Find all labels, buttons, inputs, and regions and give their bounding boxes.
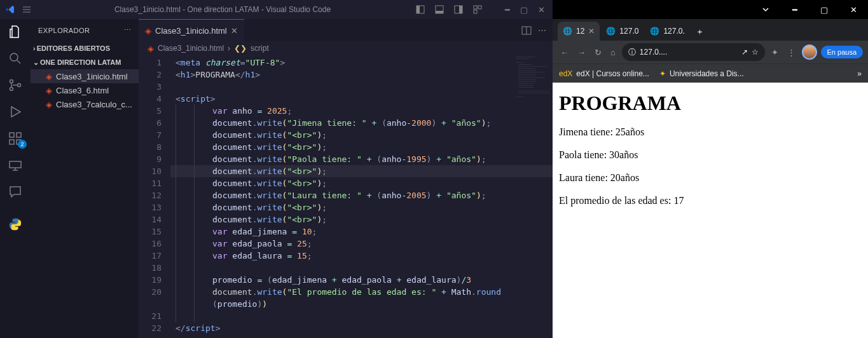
bookmarks-bar: edXedX | Cursos online...✦Universidades … xyxy=(553,64,868,83)
svg-rect-23 xyxy=(518,64,532,65)
breadcrumb[interactable]: ◈ Clase3_1inicio.html › ❮❯ script xyxy=(139,41,553,55)
svg-rect-22 xyxy=(516,62,523,63)
browser-tab[interactable]: 🌐127.0 xyxy=(601,22,644,41)
file-item[interactable]: ◈Clase3_6.html xyxy=(31,83,139,97)
avatar[interactable] xyxy=(802,44,817,60)
browser-window: ━ ▢ ✕ 🌐12✕🌐127.0🌐127.0. ＋ ← → ↻ ⌂ ⓘ 127.… xyxy=(553,0,868,338)
editor-area: ◈ Clase3_1inicio.html ✕ ⋯ ◈ Clase3_1inic… xyxy=(139,19,553,338)
page-text: Paola tiene: 30años xyxy=(559,149,862,161)
chat-icon[interactable] xyxy=(8,184,23,199)
browser-tabs: 🌐12✕🌐127.0🌐127.0. ＋ xyxy=(553,19,868,41)
html-file-icon: ◈ xyxy=(145,26,151,36)
maximize-button[interactable]: ▢ xyxy=(809,0,839,19)
share-icon[interactable]: ↗ xyxy=(741,48,748,57)
browser-toolbar: ← → ↻ ⌂ ⓘ 127.0.... ↗ ☆ ✦ ⋮ En pausa xyxy=(553,41,868,64)
new-tab-button[interactable]: ＋ xyxy=(691,23,709,41)
editors-open-header[interactable]: › EDITORES ABIERTOS xyxy=(31,41,139,55)
chevron-down-icon: ⌄ xyxy=(33,58,39,67)
star-icon[interactable]: ☆ xyxy=(752,48,759,57)
close-tab-icon[interactable]: ✕ xyxy=(231,26,238,36)
layout-customize-icon[interactable] xyxy=(471,3,485,17)
sidebar: EXPLORADOR ⋯ › EDITORES ABIERTOS ⌄ ONE D… xyxy=(31,19,139,338)
html-file-icon: ◈ xyxy=(46,100,52,109)
split-editor-icon[interactable] xyxy=(521,25,532,36)
code-editor[interactable]: 1234567891011121314151617181920 2122 <me… xyxy=(139,55,553,338)
svg-rect-25 xyxy=(518,68,536,69)
search-icon[interactable] xyxy=(8,51,23,66)
svg-rect-7 xyxy=(478,6,481,9)
svg-point-9 xyxy=(10,53,18,61)
address-text: 127.0.... xyxy=(640,48,667,57)
menu-icon[interactable]: ⋮ xyxy=(785,45,798,60)
chevron-down-icon[interactable] xyxy=(751,0,780,19)
svg-rect-24 xyxy=(518,66,547,67)
more-icon[interactable]: ⋯ xyxy=(124,26,132,34)
file-item[interactable]: ◈Clase3_7calculo_c... xyxy=(31,97,139,111)
extensions-icon[interactable]: ✦ xyxy=(769,45,781,60)
layout-panel-icon[interactable] xyxy=(413,3,427,17)
svg-rect-20 xyxy=(516,57,535,57)
svg-rect-6 xyxy=(474,6,477,9)
vscode-window: Clase3_1inicio.html - One direction LATA… xyxy=(0,0,553,338)
svg-rect-29 xyxy=(518,76,536,76)
source-control-icon[interactable] xyxy=(8,78,23,93)
editor-tab[interactable]: ◈ Clase3_1inicio.html ✕ xyxy=(139,19,244,41)
page-text: El promedio de las edad es: 17 xyxy=(559,195,862,206)
reload-button[interactable]: ↻ xyxy=(592,45,604,60)
vscode-logo-icon xyxy=(5,4,15,15)
html-file-icon: ◈ xyxy=(46,72,52,81)
remote-explorer-icon[interactable] xyxy=(8,158,23,173)
layout-bottom-icon[interactable] xyxy=(432,3,446,17)
extensions-icon[interactable]: 2 xyxy=(8,131,23,146)
minimize-button[interactable]: ━ xyxy=(780,0,809,19)
minimap[interactable] xyxy=(514,55,553,119)
bookmarks-overflow-icon[interactable]: » xyxy=(857,69,862,78)
maximize-button[interactable]: ▢ xyxy=(518,3,530,17)
address-bar[interactable]: ⓘ 127.0.... ↗ ☆ xyxy=(622,43,765,61)
svg-rect-33 xyxy=(518,83,534,84)
bookmark-icon: edX xyxy=(559,69,572,78)
close-tab-icon[interactable]: ✕ xyxy=(588,27,595,36)
close-button[interactable]: ✕ xyxy=(839,0,868,19)
menu-icon[interactable] xyxy=(22,4,32,15)
page-heading: PROGRAMA xyxy=(559,91,862,115)
svg-rect-37 xyxy=(518,93,550,93)
back-button[interactable]: ← xyxy=(558,45,571,60)
project-header[interactable]: ⌄ ONE DIRECTION LATAM xyxy=(31,55,139,69)
svg-rect-8 xyxy=(474,10,477,13)
browser-tab[interactable]: 🌐12✕ xyxy=(558,22,600,41)
close-button[interactable]: ✕ xyxy=(535,3,548,17)
page-text: Jimena tiene: 25años xyxy=(559,126,862,138)
minimize-button[interactable]: ━ xyxy=(502,3,513,17)
run-debug-icon[interactable] xyxy=(8,104,23,119)
bookmark-item[interactable]: edXedX | Cursos online... xyxy=(559,69,649,78)
file-item[interactable]: ◈Clase3_1inicio.html xyxy=(31,69,139,83)
layout-right-icon[interactable] xyxy=(451,3,465,17)
forward-button[interactable]: → xyxy=(575,45,588,60)
python-icon[interactable] xyxy=(8,217,22,231)
bookmark-item[interactable]: ✦Universidades a Dis... xyxy=(659,69,744,78)
more-actions-icon[interactable]: ⋯ xyxy=(538,25,546,36)
home-button[interactable]: ⌂ xyxy=(608,45,618,60)
sidebar-title: EXPLORADOR xyxy=(38,27,90,34)
window-title: Clase3_1inicio.html - One direction LATA… xyxy=(32,5,413,14)
browser-titlebar: ━ ▢ ✕ xyxy=(553,0,868,19)
svg-point-11 xyxy=(10,88,13,91)
svg-rect-3 xyxy=(436,11,443,13)
explorer-icon[interactable] xyxy=(8,24,23,39)
html-file-icon: ◈ xyxy=(148,44,154,53)
svg-rect-31 xyxy=(518,79,536,80)
page-content: PROGRAMA Jimena tiene: 25añosPaola tiene… xyxy=(553,83,868,338)
svg-rect-28 xyxy=(518,74,536,74)
page-text: Laura tiene: 20años xyxy=(559,172,862,184)
browser-tab[interactable]: 🌐127.0. xyxy=(645,22,689,41)
svg-rect-32 xyxy=(518,81,536,82)
activity-bar: 2 xyxy=(0,19,31,338)
svg-point-10 xyxy=(10,80,13,83)
svg-rect-1 xyxy=(417,6,420,13)
globe-icon: 🌐 xyxy=(650,27,659,36)
pause-chip[interactable]: En pausa xyxy=(821,46,863,58)
svg-rect-16 xyxy=(17,133,21,137)
svg-rect-36 xyxy=(518,91,549,91)
bookmark-icon: ✦ xyxy=(659,69,666,78)
